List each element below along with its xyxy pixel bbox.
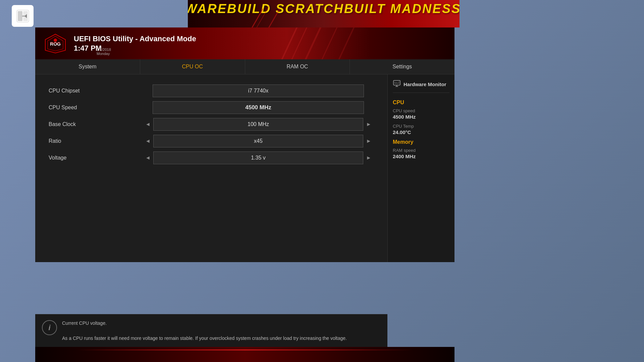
- bottom-decorative-bar: [35, 347, 454, 362]
- hw-monitor-title: Hardware Monitor: [404, 81, 446, 87]
- memory-section-title: Memory: [393, 139, 449, 145]
- table-row: Base Clock ◄ 100 MHz ►: [49, 118, 374, 131]
- base-clock-arrow-right[interactable]: ►: [363, 121, 374, 127]
- ratio-arrow-right[interactable]: ►: [363, 138, 374, 144]
- base-clock-value[interactable]: 100 MHz: [153, 118, 363, 131]
- cpu-chipset-control: i7 7740x: [143, 84, 374, 97]
- voltage-value[interactable]: 1.35 v: [153, 152, 363, 164]
- hw-monitor-icon: [393, 79, 401, 89]
- table-row: CPU Speed 4500 MHz: [49, 101, 374, 114]
- cpu-speed-value[interactable]: 4500 MHz: [153, 101, 364, 114]
- ram-speed-stat-label: RAM speed: [393, 148, 449, 153]
- tab-system[interactable]: System: [35, 59, 140, 74]
- nav-tabs: System CPU OC RAM OC Settings: [35, 59, 454, 74]
- hw-monitor-header: Hardware Monitor: [393, 79, 449, 93]
- cpu-speed-stat-value: 4500 MHz: [393, 114, 449, 120]
- svg-text:ROG: ROG: [50, 41, 61, 47]
- sidebar-toggle-button[interactable]: [12, 5, 34, 27]
- main-panel: CPU Chipset i7 7740x CPU Speed 4500 MHz: [35, 74, 387, 262]
- tab-cpu-oc[interactable]: CPU OC: [140, 59, 245, 74]
- table-row: Voltage ◄ 1.35 v ►: [49, 152, 374, 164]
- cpu-temp-stat-label: CPU Temp: [393, 124, 449, 129]
- tab-ram-oc[interactable]: RAM OC: [245, 59, 350, 74]
- banner-text: WS · HARDWAREBUILD SCRATCHBUILT MADNESS!: [188, 2, 460, 16]
- hw-monitor-panel: Hardware Monitor CPU CPU speed 4500 MHz …: [387, 74, 454, 262]
- cpu-temp-stat-value: 24.00°C: [393, 129, 449, 135]
- base-clock-label: Base Clock: [49, 121, 143, 127]
- bios-header: ROG UEFI BIOS Utility - Advanced Mode 1:…: [35, 27, 454, 59]
- cpu-chipset-label: CPU Chipset: [49, 88, 143, 94]
- svg-rect-1: [18, 11, 22, 21]
- base-clock-arrow-left[interactable]: ◄: [143, 121, 153, 127]
- bios-window: ROG UEFI BIOS Utility - Advanced Mode 1:…: [35, 27, 454, 262]
- base-clock-control: ◄ 100 MHz ►: [143, 118, 374, 131]
- info-icon: i: [42, 320, 57, 335]
- cpu-speed-label: CPU Speed: [49, 105, 143, 111]
- ratio-label: Ratio: [49, 138, 143, 144]
- tab-settings[interactable]: Settings: [350, 59, 454, 74]
- cpu-section-title: CPU: [393, 100, 449, 106]
- top-banner: WS · HARDWAREBUILD SCRATCHBUILT MADNESS!: [188, 0, 460, 27]
- voltage-arrow-right[interactable]: ►: [363, 155, 374, 161]
- bios-time: 1:47 PM: [74, 44, 196, 53]
- header-title-block: UEFI BIOS Utility - Advanced Mode 1:47 P…: [74, 35, 196, 53]
- table-row: CPU Chipset i7 7740x: [49, 84, 374, 97]
- cpu-speed-stat-label: CPU speed: [393, 108, 449, 113]
- ratio-control: ◄ x45 ►: [143, 135, 374, 147]
- ratio-value[interactable]: x45: [153, 135, 363, 147]
- svg-point-9: [54, 39, 57, 42]
- bottom-deco-line: [77, 350, 413, 350]
- voltage-arrow-left[interactable]: ◄: [143, 155, 153, 161]
- bios-title: UEFI BIOS Utility - Advanced Mode: [74, 35, 196, 43]
- bios-date: 1/1/2018 Monday: [97, 48, 111, 56]
- settings-table: CPU Chipset i7 7740x CPU Speed 4500 MHz: [49, 84, 374, 164]
- rog-logo: ROG: [42, 32, 69, 55]
- voltage-control: ◄ 1.35 v ►: [143, 152, 374, 164]
- ram-speed-stat-value: 2400 MHz: [393, 154, 449, 159]
- cpu-speed-control: 4500 MHz: [143, 101, 374, 114]
- ratio-arrow-left[interactable]: ◄: [143, 138, 153, 144]
- table-row: Ratio ◄ x45 ►: [49, 135, 374, 147]
- voltage-label: Voltage: [49, 155, 143, 161]
- cpu-chipset-value[interactable]: i7 7740x: [153, 84, 364, 97]
- bios-content: CPU Chipset i7 7740x CPU Speed 4500 MHz: [35, 74, 454, 262]
